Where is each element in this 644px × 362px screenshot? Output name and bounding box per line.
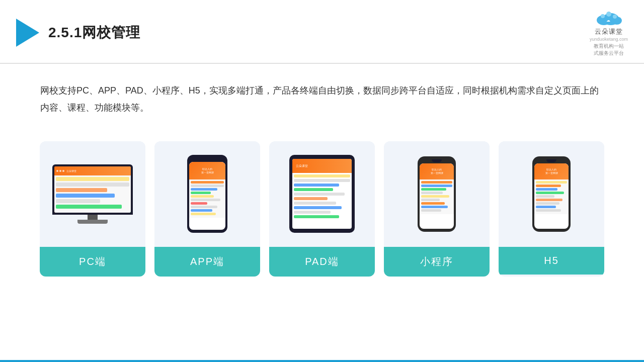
card-miniapp-image: 职达人的第一堂网课 — [384, 141, 490, 247]
description-text: 网校支持PC、APP、PAD、小程序、H5，实现多端打通，产品各终端自由切换，数… — [0, 64, 644, 126]
pad-mockup: 云朵课堂 — [289, 155, 355, 233]
card-h5: 职达人的第一堂网课 — [499, 141, 604, 277]
brand-name: 云朵课堂 — [595, 27, 623, 36]
header-right: ☁ 云朵课堂 yunduoketang.com 教育机构一站 式服务云平台 — [590, 9, 628, 57]
card-pc-label: PC端 — [40, 247, 145, 277]
miniapp-phone-body: 职达人的第一堂网课 — [418, 156, 456, 232]
miniapp-phone-mockup: 职达人的第一堂网课 — [418, 156, 456, 232]
brand-tagline: 教育机构一站 式服务云平台 — [594, 43, 624, 57]
app-phone-body: 职达人的第一堂网课 — [187, 155, 227, 233]
card-pad-label: PAD端 — [269, 247, 375, 277]
cards-container: 云朵课堂 PC端 — [0, 131, 644, 292]
card-h5-label: H5 — [499, 247, 604, 275]
brand-url: yunduoketang.com — [590, 36, 628, 43]
card-app-image: 职达人的第一堂网课 — [154, 141, 260, 247]
card-pc-image: 云朵课堂 — [40, 141, 145, 247]
bottom-line — [0, 360, 644, 362]
card-miniapp: 职达人的第一堂网课 — [384, 141, 490, 277]
svg-point-4 — [606, 12, 611, 17]
pc-mockup: 云朵课堂 — [52, 164, 133, 224]
pad-body: 云朵课堂 — [289, 155, 355, 233]
cloud-logo-icon: ☁ — [594, 9, 624, 26]
card-pad: 云朵课堂 — [269, 141, 375, 277]
page-title: 2.5.1网校管理 — [48, 23, 140, 42]
svg-text:☁: ☁ — [606, 18, 610, 23]
brand-logo: ☁ 云朵课堂 yunduoketang.com 教育机构一站 式服务云平台 — [590, 9, 628, 57]
card-app-label: APP端 — [154, 247, 260, 277]
pc-screen: 云朵课堂 — [54, 166, 131, 213]
h5-phone-mockup: 职达人的第一堂网课 — [532, 156, 571, 232]
svg-point-5 — [613, 15, 617, 19]
pc-monitor: 云朵课堂 — [52, 164, 133, 215]
svg-point-3 — [601, 14, 605, 18]
header: 2.5.1网校管理 ☁ 云朵课堂 yunduoketang.com 教育机构一站… — [0, 0, 644, 64]
card-pad-image: 云朵课堂 — [269, 141, 375, 247]
app-phone-mockup: 职达人的第一堂网课 — [187, 155, 227, 233]
card-app: 职达人的第一堂网课 — [154, 141, 260, 277]
h5-phone-body: 职达人的第一堂网课 — [532, 156, 571, 232]
card-miniapp-label: 小程序 — [384, 247, 490, 277]
logo-triangle-icon — [16, 19, 39, 47]
card-h5-image: 职达人的第一堂网课 — [499, 141, 604, 247]
header-left: 2.5.1网校管理 — [16, 19, 140, 47]
card-pc: 云朵课堂 PC端 — [40, 141, 145, 277]
